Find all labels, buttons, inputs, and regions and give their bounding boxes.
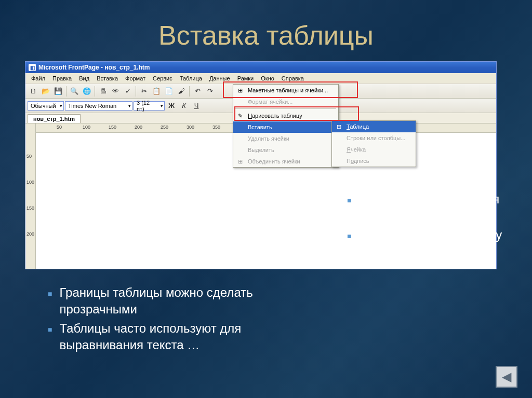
insert-submenu: ⊞ Таблица Строки или столбцы... Ячейка П…	[331, 120, 416, 167]
submenu-cell: Ячейка	[332, 144, 416, 155]
publish-icon[interactable]: 🌐	[81, 86, 92, 97]
merge-icon: ⊞	[235, 157, 245, 166]
underline-icon[interactable]: Ч	[191, 100, 202, 112]
bullet-icon: ■	[48, 289, 52, 318]
copy-icon[interactable]: 📋	[151, 86, 162, 97]
style-dropdown[interactable]: Обычный	[28, 101, 64, 111]
bullet-text: Или нарисовать таблицу самому	[358, 227, 503, 260]
bullet-icon: ■	[347, 196, 351, 225]
menu-insert[interactable]: Вставить ▶	[233, 121, 338, 133]
menu-window[interactable]: Окно	[257, 74, 278, 83]
menu-data[interactable]: Данные	[206, 74, 234, 83]
submenu-caption: Подпись	[332, 155, 416, 167]
vertical-ruler: 50 100 150 200	[25, 123, 36, 269]
bold-icon[interactable]: Ж	[166, 100, 177, 112]
menu-help[interactable]: Справка	[278, 74, 308, 83]
open-icon[interactable]: 📂	[40, 86, 51, 97]
menu-insert[interactable]: Вставка	[93, 74, 122, 83]
menu-merge-cells: ⊞ Объединить ячейки	[233, 156, 338, 167]
menu-tools[interactable]: Сервис	[149, 74, 176, 83]
bullet-icon: ■	[48, 325, 52, 354]
pencil-icon: ✎	[235, 112, 245, 120]
bullet-text: Таблицы часто используют для выравнивани…	[59, 320, 292, 354]
search-icon[interactable]: 🔍	[69, 86, 80, 97]
menu-frames[interactable]: Рамки	[234, 74, 258, 83]
menu-delete-cells: Удалить ячейки	[233, 133, 338, 144]
slide-title: Вставка таблицы	[0, 0, 532, 51]
submenu-table[interactable]: ⊞ Таблица	[332, 121, 416, 132]
bullet-icon: ■	[347, 231, 351, 260]
bullet-text: Границы таблицы можно сделать прозрачным…	[59, 284, 292, 318]
menu-layout-tables[interactable]: ⊞ Макетные таблицы и ячейки...	[233, 85, 338, 96]
cut-icon[interactable]: ✂	[138, 86, 150, 97]
font-dropdown[interactable]: Times New Roman	[65, 101, 132, 111]
menu-view[interactable]: Вид	[75, 74, 93, 83]
bullets-right: ■ Можно воспользоваться макетной таблице…	[347, 191, 503, 263]
submenu-rows-cols: Строки или столбцы...	[332, 132, 416, 144]
paste-icon[interactable]: 📄	[163, 86, 175, 97]
size-dropdown[interactable]: 3 (12 пт)	[134, 101, 165, 111]
titlebar: ◧ Microsoft FrontPage - нов_стр_1.htm	[25, 62, 496, 73]
menu-draw-table[interactable]: ✎ Нарисовать таблицу	[233, 110, 338, 121]
spell-icon[interactable]: ✓	[122, 86, 134, 97]
table-dropdown-menu: ⊞ Макетные таблицы и ячейки... Формат яч…	[233, 84, 339, 168]
bullet-text: Можно воспользоваться макетной таблицей	[358, 191, 503, 225]
app-icon: ◧	[29, 64, 36, 71]
save-icon[interactable]: 💾	[52, 86, 64, 97]
layout-icon: ⊞	[235, 86, 245, 94]
new-icon[interactable]: 🗋	[28, 86, 39, 97]
menu-format[interactable]: Формат	[122, 74, 149, 83]
window-title: Microsoft FrontPage - нов_стр_1.htm	[38, 64, 150, 71]
bullets-left: ■ Границы таблицы можно сделать прозрачн…	[48, 284, 292, 356]
italic-icon[interactable]: К	[178, 100, 190, 112]
menubar: Файл Правка Вид Вставка Формат Сервис Та…	[25, 73, 496, 84]
table-icon: ⊞	[334, 122, 343, 131]
preview-icon[interactable]: 👁	[110, 86, 121, 97]
menu-table[interactable]: Таблица	[176, 74, 206, 83]
document-tab[interactable]: нов_стр_1.htm	[28, 114, 81, 123]
print-icon[interactable]: 🖶	[97, 86, 109, 97]
prev-slide-button[interactable]: ◀	[496, 366, 517, 388]
menu-cell-format: Формат ячейки...	[233, 96, 338, 107]
menu-select: Выделить ▶	[233, 144, 338, 156]
undo-icon[interactable]: ↶	[192, 86, 203, 97]
format-painter-icon[interactable]: 🖌	[176, 86, 187, 97]
menu-file[interactable]: Файл	[28, 74, 49, 83]
menu-edit[interactable]: Правка	[49, 74, 75, 83]
redo-icon[interactable]: ↷	[204, 86, 216, 97]
